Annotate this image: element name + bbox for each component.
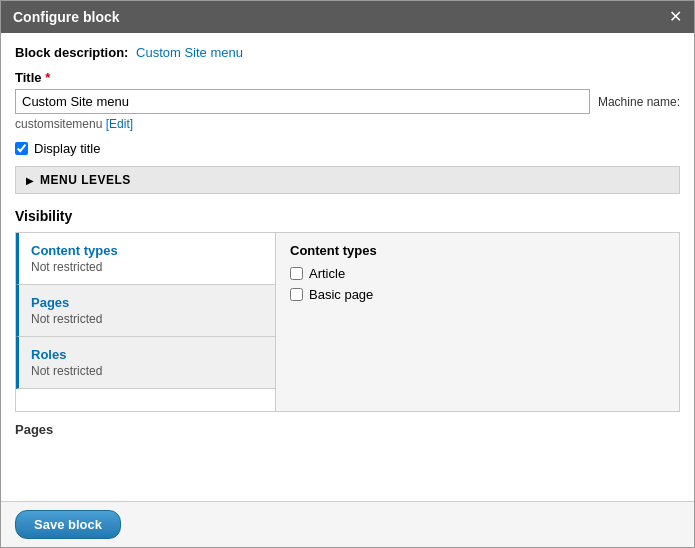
- machine-name-hint: customsitemenu [Edit]: [15, 117, 680, 131]
- pages-tab-subtitle: Not restricted: [31, 312, 263, 326]
- visibility-section: Visibility Content types Not restricted …: [15, 208, 680, 412]
- visibility-tab-content-types[interactable]: Content types Not restricted: [16, 233, 275, 285]
- menu-levels-header-text: MENU LEVELS: [40, 173, 131, 187]
- menu-levels-section: ▶ MENU LEVELS: [15, 166, 680, 194]
- content-types-tab-subtitle: Not restricted: [31, 260, 263, 274]
- title-field-group: Title * Machine name: customsitemenu [Ed…: [15, 70, 680, 131]
- pages-section-label: Pages: [15, 422, 680, 437]
- menu-levels-header[interactable]: ▶ MENU LEVELS: [16, 167, 679, 193]
- block-description-value: Custom Site menu: [136, 45, 243, 60]
- modal-body: Block description: Custom Site menu Titl…: [1, 33, 694, 501]
- modal-header: Configure block ✕: [1, 1, 694, 33]
- required-star: *: [45, 70, 50, 85]
- display-title-label: Display title: [34, 141, 100, 156]
- machine-name-label: Machine name:: [598, 95, 680, 109]
- machine-name-edit-link[interactable]: [Edit]: [106, 117, 133, 131]
- basic-page-label: Basic page: [309, 287, 373, 302]
- content-types-tab-title: Content types: [31, 243, 263, 258]
- modal-title: Configure block: [13, 9, 120, 25]
- visibility-tab-pages[interactable]: Pages Not restricted: [16, 285, 275, 337]
- display-title-row: Display title: [15, 141, 680, 156]
- block-description-label: Block description:: [15, 45, 128, 60]
- modal-footer: Save block: [1, 501, 694, 547]
- roles-tab-subtitle: Not restricted: [31, 364, 263, 378]
- content-panel-title: Content types: [290, 243, 665, 258]
- title-row: Machine name:: [15, 89, 680, 114]
- visibility-tabs: Content types Not restricted Pages Not r…: [16, 233, 276, 411]
- display-title-checkbox[interactable]: [15, 142, 28, 155]
- visibility-content-panel: Content types Article Basic page: [276, 233, 679, 411]
- roles-tab-title: Roles: [31, 347, 263, 362]
- basic-page-checkbox[interactable]: [290, 288, 303, 301]
- triangle-icon: ▶: [26, 175, 34, 186]
- visibility-tab-roles[interactable]: Roles Not restricted: [16, 337, 275, 389]
- checkbox-basic-page: Basic page: [290, 287, 665, 302]
- visibility-container: Content types Not restricted Pages Not r…: [15, 232, 680, 412]
- article-checkbox[interactable]: [290, 267, 303, 280]
- configure-block-modal: Configure block ✕ Block description: Cus…: [0, 0, 695, 548]
- checkbox-article: Article: [290, 266, 665, 281]
- close-button[interactable]: ✕: [669, 9, 682, 25]
- pages-tab-title: Pages: [31, 295, 263, 310]
- article-label: Article: [309, 266, 345, 281]
- title-input[interactable]: [15, 89, 590, 114]
- save-button[interactable]: Save block: [15, 510, 121, 539]
- title-label: Title *: [15, 70, 680, 85]
- machine-name-value: customsitemenu: [15, 117, 102, 131]
- block-description: Block description: Custom Site menu: [15, 45, 680, 60]
- visibility-label: Visibility: [15, 208, 680, 224]
